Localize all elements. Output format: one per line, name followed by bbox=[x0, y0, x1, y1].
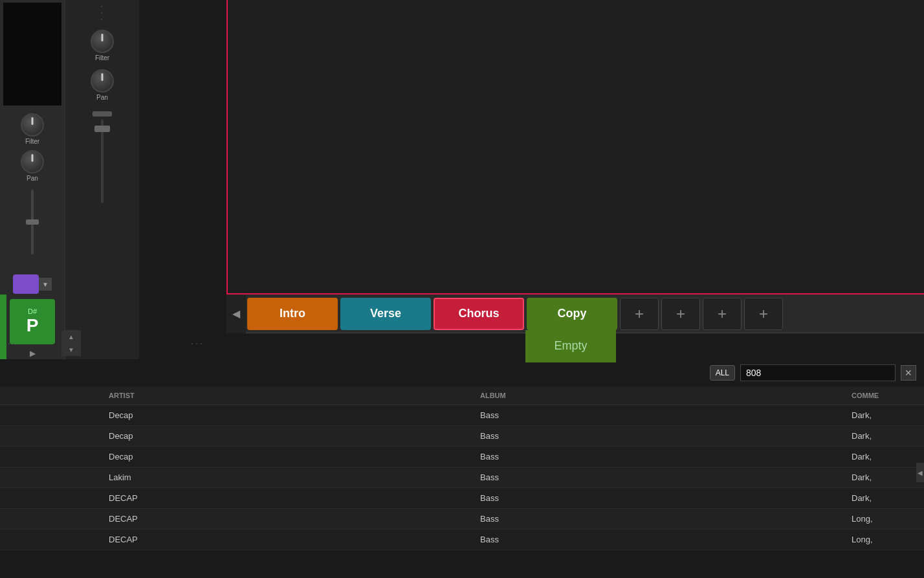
table-body: Decap Bass Dark, Decap Bass Dark, Decap … bbox=[0, 405, 924, 578]
expand-panel-arrow[interactable]: ◀ bbox=[916, 463, 924, 482]
purple-button-row: ▼ bbox=[13, 272, 52, 296]
table-row[interactable]: Decap Bass Dark, bbox=[0, 426, 924, 447]
td-comment: Long, bbox=[846, 509, 924, 529]
table-row[interactable]: Decap Bass Dark, bbox=[0, 447, 924, 467]
fader-cap-2 bbox=[93, 111, 112, 117]
col-header-artist: ARTIST bbox=[104, 389, 475, 402]
channel-menu-dots[interactable]: ··· bbox=[97, 5, 107, 25]
td-artist: Decap bbox=[104, 405, 475, 425]
arrangement-nav-left[interactable]: ◀ bbox=[226, 295, 246, 333]
verse-label: Verse bbox=[370, 307, 401, 320]
filter-label: Filter bbox=[25, 138, 39, 145]
filter-knob-container: Filter bbox=[21, 113, 44, 145]
col-header-0 bbox=[0, 389, 104, 402]
search-input[interactable] bbox=[740, 364, 896, 381]
horizontal-dots-right: ··· bbox=[191, 338, 204, 348]
add-icon-4: + bbox=[759, 305, 768, 323]
table-row[interactable]: DECAP Bass Long, bbox=[0, 529, 924, 550]
pan-label-2: Pan bbox=[96, 94, 108, 101]
copy-dropdown: Empty bbox=[525, 330, 616, 362]
td-artist: DECAP bbox=[104, 529, 475, 550]
filter-knob[interactable] bbox=[21, 113, 44, 137]
td-col0 bbox=[0, 426, 104, 446]
add-icon-3: + bbox=[718, 305, 727, 323]
chorus-label: Chorus bbox=[459, 307, 500, 320]
pan-knob-2-container: Pan bbox=[91, 69, 114, 101]
chorus-section[interactable]: Chorus bbox=[434, 298, 524, 330]
pan-knob-container: Pan bbox=[21, 150, 44, 182]
td-comment: Dark, bbox=[846, 488, 924, 508]
add-icon-1: + bbox=[635, 305, 644, 323]
purple-clip-button[interactable] bbox=[13, 274, 39, 294]
td-col0 bbox=[0, 529, 104, 550]
td-album: Bass bbox=[475, 529, 846, 550]
empty-option[interactable]: Empty bbox=[525, 330, 616, 362]
browser-panel: ALL ✕ ARTIST ALBUM COMME Decap Bass Dark… bbox=[0, 359, 924, 578]
td-col0 bbox=[0, 405, 104, 425]
add-section-2[interactable]: + bbox=[661, 298, 700, 330]
intro-label: Intro bbox=[280, 307, 305, 320]
td-album: Bass bbox=[475, 467, 846, 487]
add-icon-2: + bbox=[676, 305, 685, 323]
fader-track-1 bbox=[31, 190, 34, 254]
fader-thumb-1[interactable] bbox=[26, 219, 39, 225]
td-col0 bbox=[0, 467, 104, 487]
td-artist: Lakim bbox=[104, 467, 475, 487]
empty-label: Empty bbox=[554, 339, 587, 353]
left-channel-strip-1: Filter Pan ▼ D# P ▶ bbox=[0, 0, 65, 362]
td-col0 bbox=[0, 488, 104, 508]
td-artist: Decap bbox=[104, 426, 475, 446]
td-artist: DECAP bbox=[104, 509, 475, 529]
pan-knob[interactable] bbox=[21, 150, 44, 173]
td-comment: Dark, bbox=[846, 405, 924, 425]
add-section-4[interactable]: + bbox=[744, 298, 783, 330]
td-album: Bass bbox=[475, 488, 846, 508]
scroll-down-button[interactable]: ▼ bbox=[61, 343, 81, 356]
play-button[interactable]: ▶ bbox=[26, 347, 39, 360]
table-row[interactable]: DECAP Bass Dark, bbox=[0, 488, 924, 509]
dropdown-arrow[interactable]: ▼ bbox=[39, 278, 52, 291]
table-row[interactable]: DECAP Bass Long, bbox=[0, 509, 924, 529]
pan-knob-2[interactable] bbox=[91, 69, 114, 93]
copy-section[interactable]: Copy bbox=[527, 298, 617, 330]
search-all-button[interactable]: ALL bbox=[710, 365, 735, 381]
fader-thumb-2[interactable] bbox=[94, 126, 110, 132]
col-header-comment: COMME bbox=[846, 389, 924, 402]
scroll-nav: ▲ ▼ bbox=[61, 330, 81, 356]
fader-track-2 bbox=[101, 119, 104, 203]
td-col0 bbox=[0, 447, 104, 467]
filter-knob-2[interactable] bbox=[91, 30, 114, 53]
td-album: Bass bbox=[475, 405, 846, 425]
waveform-display bbox=[3, 3, 61, 106]
scroll-up-button[interactable]: ▲ bbox=[61, 330, 81, 343]
sample-table: ARTIST ALBUM COMME Decap Bass Dark, Deca… bbox=[0, 386, 924, 578]
left-channel-strip-2: ··· Filter Pan bbox=[65, 0, 139, 362]
intro-section[interactable]: Intro bbox=[247, 298, 338, 330]
arrangement-area bbox=[226, 0, 924, 295]
volume-fader-2[interactable] bbox=[93, 111, 112, 208]
search-clear-button[interactable]: ✕ bbox=[901, 365, 916, 381]
search-bar: ALL ✕ bbox=[0, 359, 924, 386]
td-artist: DECAP bbox=[104, 488, 475, 508]
add-section-1[interactable]: + bbox=[620, 298, 659, 330]
td-comment: Dark, bbox=[846, 447, 924, 467]
td-album: Bass bbox=[475, 447, 846, 467]
filter-knob-2-container: Filter bbox=[91, 30, 114, 61]
table-row[interactable]: Lakim Bass Dark, bbox=[0, 467, 924, 488]
add-section-3[interactable]: + bbox=[703, 298, 742, 330]
song-arrangement-bar: ◀ Intro Verse Chorus Copy Empty + + + + bbox=[226, 295, 924, 333]
note-name: D# bbox=[28, 307, 37, 315]
volume-fader-1[interactable] bbox=[31, 190, 34, 267]
td-comment: Dark, bbox=[846, 467, 924, 487]
td-col0 bbox=[0, 509, 104, 529]
td-comment: Dark, bbox=[846, 426, 924, 446]
td-album: Bass bbox=[475, 509, 846, 529]
verse-section[interactable]: Verse bbox=[340, 298, 431, 330]
table-row[interactable]: Decap Bass Dark, bbox=[0, 405, 924, 426]
td-album: Bass bbox=[475, 426, 846, 446]
note-letter: P bbox=[27, 315, 39, 336]
table-header: ARTIST ALBUM COMME bbox=[0, 386, 924, 405]
pan-label: Pan bbox=[27, 175, 38, 182]
col-header-album: ALBUM bbox=[475, 389, 846, 402]
copy-section-wrapper: Copy Empty bbox=[525, 298, 619, 330]
